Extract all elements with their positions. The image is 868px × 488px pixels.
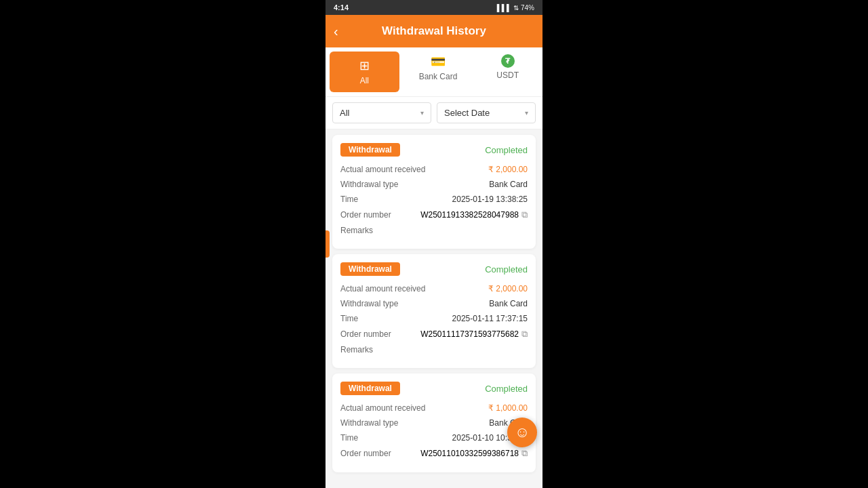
chat-icon: ☺ xyxy=(515,424,530,441)
record-1-order-row: Order number W25011913382528047988 ⧉ xyxy=(340,209,528,220)
order-num-1: W25011913382528047988 ⧉ xyxy=(420,209,528,220)
time-label-3: Time xyxy=(340,433,358,443)
withdrawal-badge-1: Withdrawal xyxy=(340,143,400,157)
date-filter[interactable]: Select Date ▾ xyxy=(437,102,536,123)
date-filter-value: Select Date xyxy=(444,108,490,118)
status-filter-value: All xyxy=(340,108,349,118)
phone-screen: 4:14 ▌▌▌ ⇅ 74% ‹ Withdrawal History ⊞ Al… xyxy=(326,0,542,488)
tab-all-icon: ⊞ xyxy=(359,58,370,73)
side-decoration xyxy=(326,230,330,258)
copy-icon-1[interactable]: ⧉ xyxy=(521,209,528,220)
withdrawal-type-value-2: Bank Card xyxy=(489,299,528,308)
actual-amount-label-1: Actual amount received xyxy=(340,165,425,174)
record-2-header: Withdrawal Completed xyxy=(340,262,528,276)
record-1-time-row: Time 2025-01-19 13:38:25 xyxy=(340,195,528,204)
tabs-row: ⊞ All 💳 Bank Card ₮ USDT xyxy=(326,47,542,97)
remarks-label-2: Remarks xyxy=(340,345,373,354)
copy-icon-2[interactable]: ⧉ xyxy=(521,329,528,340)
order-label-2: Order number xyxy=(340,329,391,339)
amount-value-3: ₹ 1,000.00 xyxy=(488,403,528,413)
withdrawal-record-2: Withdrawal Completed Actual amount recei… xyxy=(332,254,536,368)
status-badge-3: Completed xyxy=(485,384,528,394)
status-badge-2: Completed xyxy=(485,264,528,274)
filter-row: All ▾ Select Date ▾ xyxy=(326,97,542,129)
status-time: 4:14 xyxy=(334,3,349,12)
tab-usdt-label: USDT xyxy=(496,70,519,80)
tab-all-label: All xyxy=(360,76,369,85)
time-label-1: Time xyxy=(340,195,358,204)
order-label-3: Order number xyxy=(340,449,391,458)
chat-fab-button[interactable]: ☺ xyxy=(507,418,537,447)
tab-all[interactable]: ⊞ All xyxy=(330,52,399,92)
tab-usdt[interactable]: ₮ USDT xyxy=(473,47,542,96)
actual-amount-label-3: Actual amount received xyxy=(340,403,425,413)
status-icons: ▌▌▌ ⇅ 74% xyxy=(497,4,534,12)
date-filter-chevron: ▾ xyxy=(525,109,528,117)
time-label-2: Time xyxy=(340,314,358,323)
record-3-amount-row: Actual amount received ₹ 1,000.00 xyxy=(340,403,528,413)
signal-icon: ▌▌▌ xyxy=(497,4,511,12)
order-num-2: W25011117371593775682 ⧉ xyxy=(420,329,528,340)
withdrawal-type-value-1: Bank Card xyxy=(489,180,528,189)
record-2-order-row: Order number W25011117371593775682 ⧉ xyxy=(340,329,528,340)
record-1-header: Withdrawal Completed xyxy=(340,143,528,157)
copy-icon-3[interactable]: ⧉ xyxy=(521,448,528,459)
record-3-header: Withdrawal Completed xyxy=(340,382,528,395)
withdrawal-badge-2: Withdrawal xyxy=(340,262,400,276)
header: ‹ Withdrawal History xyxy=(326,15,542,47)
tab-bank-card-label: Bank Card xyxy=(419,72,458,81)
time-value-2: 2025-01-11 17:37:15 xyxy=(452,314,528,323)
withdrawal-type-label-2: Withdrawal type xyxy=(340,299,398,308)
order-num-value-3: W25011010332599386718 xyxy=(420,449,519,458)
status-filter[interactable]: All ▾ xyxy=(332,102,431,123)
page-title: Withdrawal History xyxy=(334,24,534,38)
record-1-remarks-row: Remarks xyxy=(340,226,528,235)
withdrawal-record-3: Withdrawal Completed Actual amount recei… xyxy=(332,373,536,472)
tab-bank-card[interactable]: 💳 Bank Card xyxy=(403,47,473,96)
record-1-type-row: Withdrawal type Bank Card xyxy=(340,180,528,189)
record-2-amount-row: Actual amount received ₹ 2,000.00 xyxy=(340,284,528,293)
record-2-remarks-row: Remarks xyxy=(340,345,528,354)
record-3-time-row: Time 2025-01-10 10:33:25 xyxy=(340,433,528,443)
actual-amount-label-2: Actual amount received xyxy=(340,284,425,293)
record-2-type-row: Withdrawal type Bank Card xyxy=(340,299,528,308)
amount-value-1: ₹ 2,000.00 xyxy=(488,165,528,174)
status-bar: 4:14 ▌▌▌ ⇅ 74% xyxy=(326,0,542,15)
withdrawal-record-1: Withdrawal Completed Actual amount recei… xyxy=(332,135,536,249)
record-3-type-row: Withdrawal type Bank Card xyxy=(340,418,528,428)
wifi-icon: ⇅ xyxy=(513,4,519,12)
order-num-value-1: W25011913382528047988 xyxy=(420,210,519,220)
tab-usdt-icon: ₮ xyxy=(501,54,515,68)
time-value-1: 2025-01-19 13:38:25 xyxy=(452,195,528,204)
remarks-label-1: Remarks xyxy=(340,226,373,235)
battery-level: 74% xyxy=(521,4,534,12)
tab-bank-card-icon: 💳 xyxy=(431,54,446,69)
status-filter-chevron: ▾ xyxy=(420,109,424,117)
back-button[interactable]: ‹ xyxy=(334,24,338,39)
withdrawal-badge-3: Withdrawal xyxy=(340,382,400,395)
record-1-amount-row: Actual amount received ₹ 2,000.00 xyxy=(340,165,528,174)
order-num-3: W25011010332599386718 ⧉ xyxy=(420,448,528,459)
order-label-1: Order number xyxy=(340,210,391,220)
status-badge-1: Completed xyxy=(485,145,528,155)
withdrawal-type-label-3: Withdrawal type xyxy=(340,418,398,428)
record-2-time-row: Time 2025-01-11 17:37:15 xyxy=(340,314,528,323)
record-3-order-row: Order number W25011010332599386718 ⧉ xyxy=(340,448,528,459)
order-num-value-2: W25011117371593775682 xyxy=(420,329,519,339)
amount-value-2: ₹ 2,000.00 xyxy=(488,284,528,293)
withdrawal-type-label-1: Withdrawal type xyxy=(340,180,398,189)
